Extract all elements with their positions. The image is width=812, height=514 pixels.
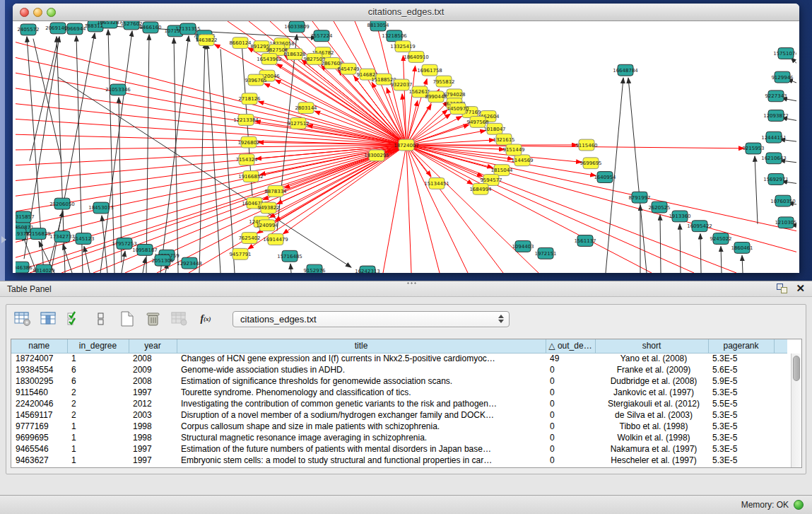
float-panel-icon[interactable] <box>777 284 787 293</box>
close-panel-icon[interactable]: ✕ <box>796 284 805 293</box>
table-options-icon[interactable] <box>13 310 32 328</box>
graph-node[interactable]: 9457791 <box>229 248 251 259</box>
delete-table-icon[interactable] <box>144 310 163 328</box>
graph-node[interactable]: 9046386 <box>16 262 33 273</box>
graph-node[interactable]: 16961758 <box>417 64 442 76</box>
graph-node[interactable]: 8186328 <box>283 49 305 60</box>
network-canvas[interactable]: 2405572206914061966944188312410653287152… <box>13 21 799 273</box>
graph-node[interactable]: 16242313 <box>355 266 380 273</box>
column-header-pagerank[interactable]: pagerank <box>708 339 774 353</box>
graph-node[interactable]: 1860461 <box>731 242 753 253</box>
graph-node[interactable]: 12213384 <box>233 115 259 126</box>
graph-node[interactable]: 8660124 <box>229 37 252 49</box>
graph-node[interactable]: 1684994 <box>469 183 492 194</box>
graph-node[interactable]: 16033809 <box>284 21 310 33</box>
table-row[interactable]: 1938455462009Genome-wide association stu… <box>11 364 787 375</box>
graph-node[interactable]: 16648784 <box>613 64 638 76</box>
graph-node[interactable]: 9151449 <box>502 144 524 156</box>
graph-node[interactable]: 15751074 <box>773 48 796 59</box>
column-header-out_de[interactable]: △ out_de… <box>546 339 595 353</box>
graph-node[interactable]: 2145123 <box>72 233 94 245</box>
graph-node[interactable]: 8813054 <box>367 21 389 31</box>
column-header-in_degree[interactable]: in_degree <box>67 339 129 353</box>
graph-node[interactable]: 2405572 <box>17 24 39 35</box>
graph-node[interactable]: 19166852 <box>238 171 264 182</box>
graph-node[interactable]: 9396765 <box>245 74 266 86</box>
node-table[interactable]: namein_degreeyeartitle△ out_de…shortpage… <box>11 339 802 468</box>
graph-node[interactable]: 8791997 <box>628 192 650 203</box>
table-selector-dropdown[interactable]: citations_edges.txt <box>233 311 510 327</box>
table-row[interactable]: 946362711997Embryonic stem cells: a mode… <box>11 455 787 466</box>
graph-node[interactable]: 1210305 <box>775 217 796 228</box>
new-table-icon[interactable] <box>118 310 136 328</box>
table-row[interactable]: 969969511998Structural magnetic resonanc… <box>11 432 787 443</box>
function-builder-icon[interactable]: f(x) <box>196 310 215 328</box>
graph-node[interactable]: 12093872 <box>763 110 789 122</box>
row-select-icon[interactable] <box>66 310 84 328</box>
graph-node[interactable]: 13325419 <box>390 41 416 52</box>
graph-node[interactable]: 9493822 <box>257 202 279 214</box>
graph-node[interactable]: 9245022 <box>710 233 731 245</box>
graph-node[interactable]: 1561137 <box>574 235 596 247</box>
table-panel-titlebar[interactable]: Table Panel ✕ <box>0 281 812 297</box>
table-row[interactable]: 1872400712008Changes of HCN gene express… <box>11 353 787 364</box>
graph-node[interactable]: 10760350 <box>770 195 796 206</box>
network-graph[interactable]: 2405572206914061966944188312410653287152… <box>16 21 796 273</box>
graph-node[interactable]: 2051306 <box>151 255 173 266</box>
rows-icon[interactable] <box>92 310 110 328</box>
graph-node[interactable]: 7955812 <box>433 76 454 87</box>
graph-node[interactable]: 1972151 <box>534 247 556 259</box>
graph-node[interactable]: 1321615 <box>493 134 514 145</box>
graph-node[interactable]: 1926802 <box>237 136 259 148</box>
graph-node[interactable]: 18640910 <box>404 52 429 63</box>
graph-node[interactable]: 25206050 <box>49 198 75 209</box>
graph-node[interactable]: 16914479 <box>263 234 288 245</box>
graph-node[interactable]: 9115460 <box>575 139 597 151</box>
table-row[interactable]: 911546021997Tourette syndrome. Phenomeno… <box>11 387 787 398</box>
graph-node[interactable]: 9699695 <box>579 158 601 169</box>
graph-node[interactable]: 2620525 <box>648 201 670 213</box>
graph-node[interactable]: 2803144 <box>295 103 317 114</box>
graph-node[interactable]: 15134451 <box>424 178 449 189</box>
graph-node[interactable]: 9127512 <box>287 117 309 129</box>
graph-node[interactable]: 8314029 <box>33 264 54 273</box>
graph-node[interactable]: 7154324 <box>235 154 258 165</box>
graph-node[interactable]: 16210643 <box>761 153 787 164</box>
graph-node[interactable]: 9227343 <box>765 90 787 102</box>
column-header-name[interactable]: name <box>11 339 67 353</box>
graph-node[interactable]: 1450970 <box>447 103 469 115</box>
graph-node[interactable]: 9152976 <box>303 264 325 273</box>
graph-node[interactable]: 2718126 <box>238 93 260 105</box>
graph-node[interactable]: 1240994 <box>256 220 278 231</box>
graph-node[interactable]: 9215953 <box>742 143 764 154</box>
table-row[interactable]: 2242004622012Investigating the contribut… <box>11 398 787 409</box>
splitter-grip[interactable] <box>406 282 416 284</box>
table-row[interactable]: 977716911998Corpus callosum shape and si… <box>11 421 787 432</box>
graph-node[interactable]: 1094403 <box>512 241 534 252</box>
table-row[interactable]: 1830029562008Estimation of significance … <box>11 375 787 387</box>
window-titlebar[interactable]: citations_edges.txt <box>13 4 799 21</box>
scrollbar-thumb[interactable] <box>793 356 800 381</box>
graph-node[interactable]: 13218506 <box>382 30 407 42</box>
column-header-short[interactable]: short <box>595 339 708 353</box>
graph-node[interactable]: 8878334 <box>264 185 287 197</box>
column-header-title[interactable]: title <box>177 339 546 353</box>
table-row[interactable]: 946554611997Estimation of the future num… <box>11 443 787 455</box>
graph-node[interactable]: 15716485 <box>277 250 302 262</box>
graph-node[interactable]: 7463822 <box>195 35 217 46</box>
graph-node[interactable]: 1018047 <box>483 123 505 134</box>
graph-node[interactable]: 7625402 <box>238 233 260 244</box>
graph-node[interactable]: 1913360 <box>669 211 690 222</box>
graph-node[interactable]: 8466160 <box>139 22 161 33</box>
graph-node[interactable]: 18453013 <box>88 202 114 214</box>
graph-node[interactable]: 1966944 <box>64 23 86 35</box>
graph-node[interactable]: 1144569 <box>511 155 533 166</box>
column-header-year[interactable]: year <box>129 339 177 353</box>
table-row[interactable]: 1456911722003Disruption of a novel membe… <box>11 409 787 421</box>
graph-node[interactable]: 9129946 <box>771 71 793 83</box>
column-select-icon[interactable] <box>40 310 58 328</box>
graph-node[interactable]: 7557224 <box>310 30 333 42</box>
graph-node[interactable]: 16095422 <box>687 221 712 232</box>
graph-node[interactable]: 15692971 <box>763 174 789 185</box>
vertical-scrollbar[interactable] <box>791 354 801 467</box>
